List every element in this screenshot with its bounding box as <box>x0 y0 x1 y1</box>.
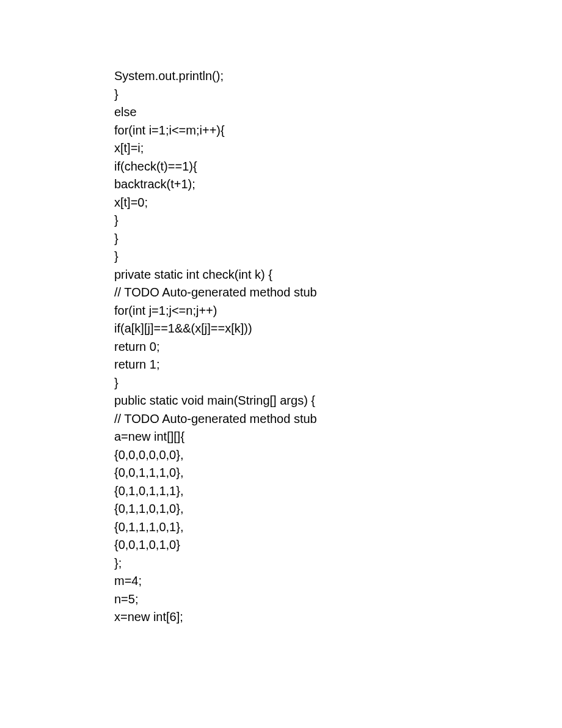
code-line: return 1; <box>114 356 501 374</box>
code-line: // TODO Auto-generated method stub <box>114 410 501 428</box>
code-line: for(int j=1;j<=n;j++) <box>114 302 501 320</box>
code-line: x=new int[6]; <box>114 608 501 627</box>
code-line: return 0; <box>114 338 501 356</box>
code-line: n=5; <box>114 590 501 609</box>
code-line: else <box>114 103 501 122</box>
code-line: for(int i=1;i<=m;i++){ <box>114 122 501 140</box>
code-line: x[t]=0; <box>114 194 501 212</box>
code-line: public static void main(String[] args) { <box>114 392 501 410</box>
code-line: {0,0,1,0,1,0} <box>114 536 501 554</box>
code-line: {0,0,1,1,1,0}, <box>114 464 501 482</box>
code-line: System.out.println(); <box>114 67 501 86</box>
code-line: private static int check(int k) { <box>114 266 501 284</box>
code-line: // TODO Auto-generated method stub <box>114 284 501 302</box>
code-line: } <box>114 230 501 248</box>
code-line: } <box>114 211 501 230</box>
code-line: backtrack(t+1); <box>114 175 501 194</box>
code-line: }; <box>114 554 501 573</box>
code-line: a=new int[][]{ <box>114 428 501 446</box>
code-line: m=4; <box>114 572 501 590</box>
code-line: {0,0,0,0,0,0}, <box>114 446 501 465</box>
code-line: {0,1,0,1,1,1}, <box>114 482 501 501</box>
code-line: } <box>114 374 501 392</box>
code-line: {0,1,1,0,1,0}, <box>114 500 501 518</box>
code-line: if(a[k][j]==1&&(x[j]==x[k])) <box>114 320 501 338</box>
code-line: x[t]=i; <box>114 139 501 158</box>
code-line: {0,1,1,1,0,1}, <box>114 518 501 537</box>
code-line: if(check(t)==1){ <box>114 158 501 176</box>
code-line: } <box>114 86 501 104</box>
code-line: } <box>114 248 501 266</box>
document-page: System.out.println(); } else for(int i=1… <box>0 0 562 627</box>
